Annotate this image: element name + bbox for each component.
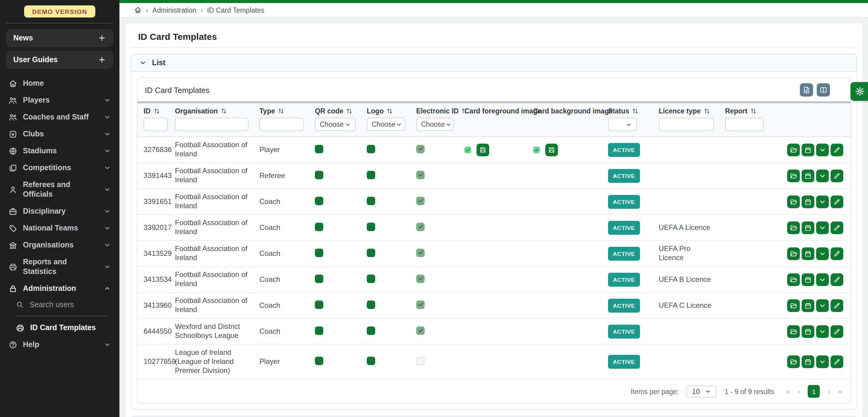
open-button[interactable]: [787, 273, 800, 286]
save-card-background-button[interactable]: [545, 143, 558, 156]
column-header-licence-type[interactable]: Licence type: [653, 102, 719, 116]
print-card-button[interactable]: [802, 143, 814, 156]
expand-button[interactable]: [816, 355, 829, 368]
print-card-button[interactable]: [802, 195, 814, 208]
open-button[interactable]: [787, 299, 800, 312]
expand-button[interactable]: [816, 143, 829, 156]
last-page-button[interactable]: »: [838, 387, 842, 395]
sidebar-item-players[interactable]: Players: [0, 92, 119, 109]
column-header-status[interactable]: Status: [602, 102, 653, 116]
checkbox-checked[interactable]: [315, 171, 323, 179]
open-button[interactable]: [787, 169, 800, 182]
checkbox-checked[interactable]: [416, 171, 425, 179]
open-button[interactable]: [787, 143, 800, 156]
sidebar-item-organisations[interactable]: Organisations: [0, 237, 119, 254]
licence-type-filter-input[interactable]: [659, 118, 714, 131]
breadcrumb-item-id-card-templates[interactable]: ID Card Templates: [207, 6, 264, 13]
checkbox-checked[interactable]: [367, 326, 375, 335]
list-panel-toggle[interactable]: List: [131, 54, 857, 72]
sidebar-item-competitions[interactable]: Competitions: [0, 159, 119, 176]
checkbox-checked[interactable]: [315, 275, 323, 283]
edit-button[interactable]: [831, 143, 843, 156]
home-icon[interactable]: [134, 6, 142, 14]
save-card-foreground-button[interactable]: [476, 143, 489, 156]
print-card-button[interactable]: [802, 299, 814, 312]
expand-button[interactable]: [816, 195, 829, 208]
print-card-button[interactable]: [802, 355, 814, 368]
card-foreground-checkbox[interactable]: [464, 146, 471, 153]
open-button[interactable]: [787, 195, 800, 208]
checkbox-checked[interactable]: [315, 197, 323, 205]
edit-button[interactable]: [831, 195, 843, 208]
report-filter-input[interactable]: [725, 118, 764, 131]
sidebar-item-referees-and-officials[interactable]: Referees and Officials: [0, 176, 119, 203]
columns-icon[interactable]: [817, 83, 830, 96]
edit-button[interactable]: [831, 325, 843, 338]
edit-button[interactable]: [831, 355, 843, 368]
sort-icon[interactable]: [461, 108, 468, 115]
checkbox-checked[interactable]: [416, 300, 425, 309]
checkbox-checked[interactable]: [416, 249, 425, 257]
checkbox-checked[interactable]: [367, 223, 375, 231]
sidebar-item-administration[interactable]: Administration: [0, 280, 119, 297]
expand-button[interactable]: [816, 273, 829, 286]
column-header-report[interactable]: Report: [719, 102, 769, 116]
checkbox-checked[interactable]: [367, 197, 375, 205]
page-1-button[interactable]: 1: [808, 385, 820, 398]
print-card-button[interactable]: [802, 221, 814, 234]
edit-button[interactable]: [831, 169, 843, 182]
column-header-qr-code[interactable]: QR code: [309, 102, 361, 116]
status-filter-select[interactable]: [608, 118, 637, 131]
checkbox-checked[interactable]: [315, 357, 323, 365]
sidebar-item-coaches-and-staff[interactable]: Coaches and Staff: [0, 109, 119, 125]
checkbox-checked[interactable]: [315, 326, 323, 335]
print-card-button[interactable]: [802, 247, 814, 260]
plus-icon[interactable]: [98, 56, 106, 64]
checkbox-checked[interactable]: [367, 300, 375, 309]
sidebar-search-users[interactable]: Search users: [0, 297, 119, 312]
sidebar-card-news[interactable]: News: [6, 29, 114, 47]
checkbox-checked[interactable]: [367, 249, 375, 257]
sidebar-card-user-guides[interactable]: User Guides: [6, 51, 114, 69]
electronic-id-filter-select[interactable]: Choose: [416, 118, 454, 131]
open-button[interactable]: [787, 325, 800, 338]
edit-button[interactable]: [831, 221, 843, 234]
checkbox-checked[interactable]: [416, 145, 425, 153]
sort-icon[interactable]: [750, 108, 757, 115]
card-background-checkbox[interactable]: [533, 146, 540, 153]
checkbox-unchecked[interactable]: [416, 356, 425, 365]
checkbox-checked[interactable]: [315, 300, 323, 309]
first-page-button[interactable]: «: [786, 387, 789, 395]
plus-icon[interactable]: [98, 34, 106, 42]
sidebar-item-help[interactable]: Help: [0, 336, 119, 353]
sort-icon[interactable]: [346, 108, 353, 115]
expand-button[interactable]: [816, 221, 829, 234]
checkbox-checked[interactable]: [367, 145, 375, 153]
sort-icon[interactable]: [277, 108, 285, 115]
checkbox-checked[interactable]: [416, 197, 425, 205]
sort-icon[interactable]: [631, 108, 639, 115]
type-filter-input[interactable]: [259, 118, 304, 131]
column-header-logo[interactable]: Logo: [361, 102, 410, 116]
column-header-type[interactable]: Type: [253, 102, 309, 116]
checkbox-checked[interactable]: [367, 171, 375, 179]
open-button[interactable]: [787, 355, 800, 368]
prev-page-button[interactable]: ‹: [798, 387, 800, 395]
checkbox-checked[interactable]: [416, 326, 425, 335]
column-header-electronic-id[interactable]: Electronic ID: [410, 102, 459, 116]
sidebar-item-clubs[interactable]: Clubs: [0, 125, 119, 142]
column-header-id[interactable]: ID: [137, 102, 169, 116]
expand-button[interactable]: [816, 247, 829, 260]
checkbox-checked[interactable]: [315, 223, 323, 231]
checkbox-checked[interactable]: [315, 249, 323, 257]
open-button[interactable]: [787, 247, 800, 260]
breadcrumb-item-administration[interactable]: Administration: [152, 6, 196, 13]
id-filter-input[interactable]: [144, 118, 168, 131]
sidebar-item-reports-and-statistics[interactable]: Reports and Statistics: [0, 254, 119, 280]
sidebar-item-id-card-templates[interactable]: ID Card Templates: [0, 319, 119, 336]
organisation-filter-input[interactable]: [175, 118, 249, 131]
sidebar-item-disciplinary[interactable]: Disciplinary: [0, 203, 119, 220]
sidebar-item-national-teams[interactable]: National Teams: [0, 220, 119, 237]
print-card-button[interactable]: [802, 169, 814, 182]
checkbox-checked[interactable]: [367, 357, 375, 365]
